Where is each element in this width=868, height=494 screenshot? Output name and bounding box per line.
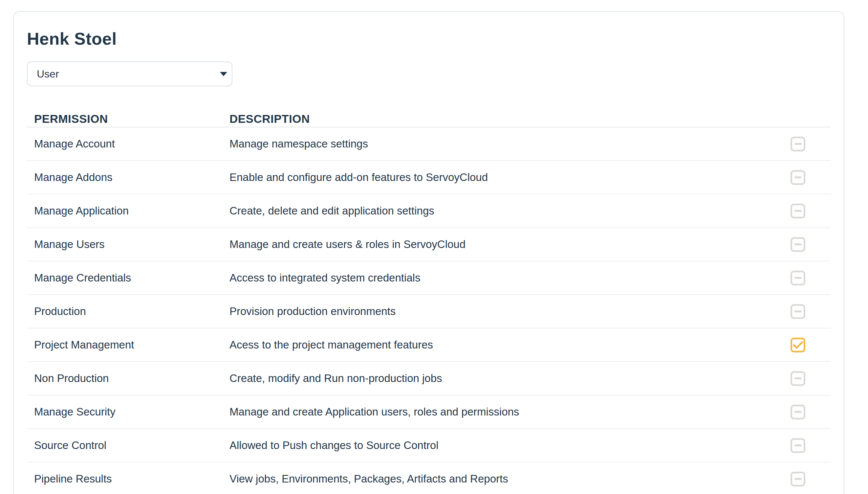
dash-icon[interactable]	[790, 438, 805, 453]
permission-name: Non Production	[27, 372, 230, 385]
table-row: Pipeline Results View jobs, Environments…	[27, 462, 831, 494]
table-row: Source Control Allowed to Push changes t…	[27, 429, 831, 462]
check-icon[interactable]	[790, 338, 805, 353]
permission-description: Allowed to Push changes to Source Contro…	[230, 439, 790, 452]
permission-description: Access to integrated system credentials	[230, 272, 790, 284]
page-title: Henk Stoel	[27, 29, 831, 49]
table-row: Production Provision production environm…	[27, 295, 831, 328]
table-row: Manage Addons Enable and configure add-o…	[27, 161, 831, 194]
table-row: Manage Credentials Access to integrated …	[27, 262, 831, 295]
permission-description: Create, delete and edit application sett…	[230, 205, 790, 217]
permission-description: Manage namespace settings	[230, 138, 790, 150]
permission-description: View jobs, Environments, Packages, Artif…	[230, 473, 790, 485]
dash-icon[interactable]	[790, 405, 805, 419]
dash-icon[interactable]	[790, 271, 805, 285]
permissions-table: PERMISSION DESCRIPTION Manage Account Ma…	[27, 110, 831, 494]
permission-name: Manage Account	[27, 138, 230, 150]
dash-icon[interactable]	[790, 204, 805, 218]
table-row: Manage Application Create, delete and ed…	[27, 194, 831, 228]
table-body: Manage Account Manage namespace settings…	[27, 128, 831, 494]
permission-name: Manage Application	[27, 205, 230, 217]
permission-description: Manage and create Application users, rol…	[230, 406, 790, 418]
role-select-value: User	[37, 68, 59, 80]
table-row: Project Management Acess to the project …	[27, 328, 831, 362]
table-header-row: PERMISSION DESCRIPTION	[27, 110, 831, 128]
permission-description: Manage and create users & roles in Servo…	[230, 238, 790, 251]
permission-description: Create, modify and Run non-production jo…	[230, 372, 790, 385]
permission-name: Manage Users	[27, 238, 230, 251]
dash-icon[interactable]	[790, 137, 805, 151]
role-select[interactable]: User	[27, 61, 233, 87]
permission-name: Production	[27, 305, 230, 318]
dash-icon[interactable]	[790, 371, 805, 386]
table-row: Manage Users Manage and create users & r…	[27, 228, 831, 262]
table-row: Manage Security Manage and create Applic…	[27, 396, 831, 429]
user-permissions-card: Henk Stoel User PERMISSION DESCRIPTION M…	[13, 11, 844, 494]
column-header-permission: PERMISSION	[27, 112, 230, 126]
dash-icon[interactable]	[790, 170, 805, 185]
permission-description: Acess to the project management features	[230, 339, 790, 351]
table-row: Manage Account Manage namespace settings	[27, 128, 831, 161]
dash-icon[interactable]	[790, 472, 805, 487]
permission-name: Manage Credentials	[27, 272, 230, 284]
caret-down-icon	[220, 72, 227, 76]
permission-name: Pipeline Results	[27, 473, 230, 485]
permission-name: Manage Addons	[27, 171, 230, 184]
permission-name: Project Management	[27, 339, 230, 351]
permission-description: Enable and configure add-on features to …	[230, 171, 790, 184]
dash-icon[interactable]	[790, 237, 805, 252]
column-header-description: DESCRIPTION	[230, 112, 790, 126]
permission-description: Provision production environments	[230, 305, 790, 318]
permission-name: Manage Security	[27, 406, 230, 418]
permission-name: Source Control	[27, 439, 230, 452]
dash-icon[interactable]	[790, 304, 805, 319]
table-row: Non Production Create, modify and Run no…	[27, 362, 831, 396]
